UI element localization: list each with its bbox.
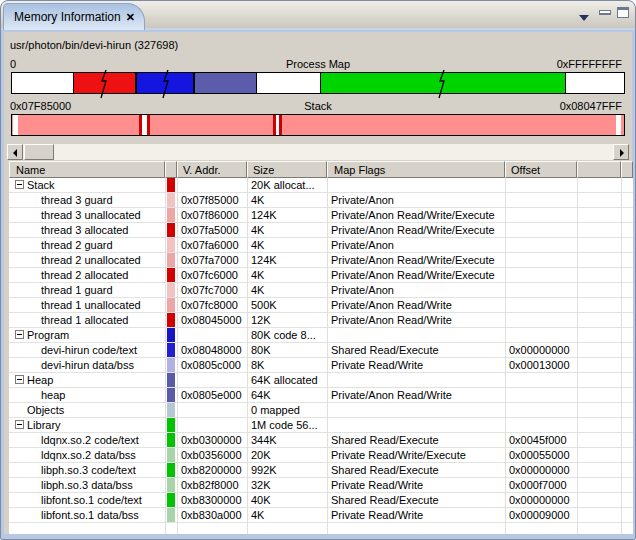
table-row[interactable]: heap 0x0805e000 64K Private/Anon Read/Wr… [9, 388, 633, 403]
column-header-empty[interactable] [577, 161, 621, 178]
row-vaddr: 0x07f85000 [181, 193, 239, 207]
row-name: thread 3 guard [9, 193, 113, 207]
row-name: libfont.so.1 code/text [9, 493, 142, 507]
table-row[interactable]: thread 1 unallocated 0x07fc8000 500K Pri… [9, 298, 633, 313]
row-name: libph.so.3 data/bss [9, 478, 133, 492]
row-size: 8K [251, 358, 264, 372]
row-map-flags: Private/Anon Read/Write/Execute [331, 253, 495, 267]
scroll-left-button[interactable] [7, 144, 23, 160]
table-row[interactable]: libfont.so.1 code/text 0xb8300000 40K Sh… [9, 493, 633, 508]
table-row[interactable]: devi-hirun code/text 0x08048000 80K Shar… [9, 343, 633, 358]
color-swatch [167, 268, 175, 282]
row-size: 1M code 56... [251, 418, 318, 432]
row-size: 64K [251, 388, 271, 402]
grid-line [327, 178, 328, 534]
table-row[interactable]: Stack 20K allocat... [9, 178, 633, 193]
color-swatch [167, 388, 175, 402]
column-header-vaddr[interactable]: V. Addr. [177, 161, 247, 178]
row-name: thread 2 guard [9, 238, 113, 252]
table-row[interactable]: ldqnx.so.2 code/text 0xb0300000 344K Sha… [9, 433, 633, 448]
row-size: 992K [251, 463, 277, 477]
row-offset: 0x000f7000 [509, 478, 567, 492]
column-header-size[interactable]: Size [247, 161, 327, 178]
row-map-flags: Private Read/Write/Execute [331, 448, 466, 462]
row-offset: 0x0045f000 [509, 433, 567, 447]
table-row[interactable]: Library 1M code 56... [9, 418, 633, 433]
view-menu-chevron-down-icon[interactable] [579, 15, 589, 21]
row-offset: 0x00000000 [509, 493, 570, 507]
grid-line [247, 178, 248, 534]
row-map-flags: Private/Anon [331, 283, 394, 297]
table-row[interactable]: Heap 64K allocated [9, 373, 633, 388]
stack-map-labels: Stack 0x07F85000 0x08047FFF [4, 100, 632, 113]
horizontal-scrollbar[interactable] [7, 144, 629, 160]
close-icon[interactable]: ✕ [126, 11, 135, 24]
table-row[interactable]: libfont.so.1 data/bss 0xb830a000 4K Priv… [9, 508, 633, 523]
row-size: 40K [251, 493, 271, 507]
column-header-filler [621, 161, 633, 178]
stack-feature-stripe [279, 115, 282, 135]
row-size: 344K [251, 433, 277, 447]
table-row[interactable]: thread 2 allocated 0x07fc6000 4K Private… [9, 268, 633, 283]
row-name: libfont.so.1 data/bss [9, 508, 139, 522]
maximize-button[interactable] [617, 7, 629, 18]
color-swatch [167, 358, 175, 372]
row-name: devi-hirun data/bss [9, 358, 134, 372]
color-swatch [167, 343, 175, 357]
process-map-bar[interactable] [11, 72, 625, 94]
row-size: 4K [251, 193, 264, 207]
row-vaddr: 0xb0300000 [181, 433, 242, 447]
table-row[interactable]: Objects 0 mapped [9, 403, 633, 418]
table-row[interactable]: Program 80K code 8... [9, 328, 633, 343]
scrollbar-thumb[interactable] [24, 144, 54, 160]
color-swatch [167, 238, 175, 252]
color-swatch [167, 418, 175, 432]
color-swatch [167, 208, 175, 222]
row-map-flags: Private Read/Write [331, 508, 423, 522]
row-name: Objects [9, 403, 64, 417]
table-row[interactable]: thread 2 unallocated 0x07fa7000 124K Pri… [9, 253, 633, 268]
table-row[interactable]: thread 3 allocated 0x07fa5000 4K Private… [9, 223, 633, 238]
stack-feature-stripe [13, 115, 18, 135]
row-size: 500K [251, 298, 277, 312]
table-row[interactable]: thread 3 guard 0x07f85000 4K Private/Ano… [9, 193, 633, 208]
grid-line [177, 178, 178, 534]
color-swatch [167, 283, 175, 297]
table-header: Name V. Addr. Size Map Flags Offset [9, 161, 633, 178]
grid-line [165, 178, 166, 534]
row-vaddr: 0x08048000 [181, 343, 242, 357]
row-vaddr: 0x07fa6000 [181, 238, 239, 252]
row-map-flags: Shared Read/Execute [331, 433, 439, 447]
color-swatch [167, 508, 175, 522]
table-row[interactable]: ldqnx.so.2 data/bss 0xb0356000 20K Priva… [9, 448, 633, 463]
table-row[interactable]: devi-hirun data/bss 0x0805c000 8K Privat… [9, 358, 633, 373]
column-header-name[interactable]: Name [9, 161, 165, 178]
scroll-right-button[interactable] [613, 144, 629, 160]
row-size: 4K [251, 268, 264, 282]
row-vaddr: 0x07fc8000 [181, 298, 238, 312]
table-row[interactable]: libph.so.3 data/bss 0xb82f8000 32K Priva… [9, 478, 633, 493]
table-row[interactable]: thread 1 guard 0x07fc7000 4K Private/Ano… [9, 283, 633, 298]
table-row[interactable]: libph.so.3 code/text 0xb8200000 992K Sha… [9, 463, 633, 478]
row-vaddr: 0x07f86000 [181, 208, 239, 222]
table-row[interactable]: thread 2 guard 0x07fa6000 4K Private/Ano… [9, 238, 633, 253]
row-name: thread 2 allocated [9, 268, 128, 282]
row-name: heap [9, 388, 65, 402]
table-row[interactable]: thread 1 allocated 0x08045000 12K Privat… [9, 313, 633, 328]
column-header-offset[interactable]: Offset [505, 161, 577, 178]
row-name: thread 2 unallocated [9, 253, 141, 267]
row-size: 0 mapped [251, 403, 300, 417]
column-header-map-flags[interactable]: Map Flags [327, 161, 505, 178]
row-name: ldqnx.so.2 code/text [9, 433, 139, 447]
stack-bar[interactable] [11, 114, 625, 136]
row-size: 124K [251, 208, 277, 222]
memory-table-body: Stack 20K allocat... thread 3 guard 0x07… [9, 178, 633, 534]
memory-information-tab[interactable]: Memory Information ✕ [3, 3, 145, 30]
minimize-button[interactable] [599, 10, 611, 15]
row-vaddr: 0xb0356000 [181, 448, 242, 462]
row-size: 32K [251, 478, 271, 492]
table-row[interactable]: thread 3 unallocated 0x07f86000 124K Pri… [9, 208, 633, 223]
process-map-start-address: 0 [10, 58, 16, 70]
discontinuity-bolt-icon [98, 69, 110, 99]
column-header-color[interactable] [165, 161, 177, 178]
